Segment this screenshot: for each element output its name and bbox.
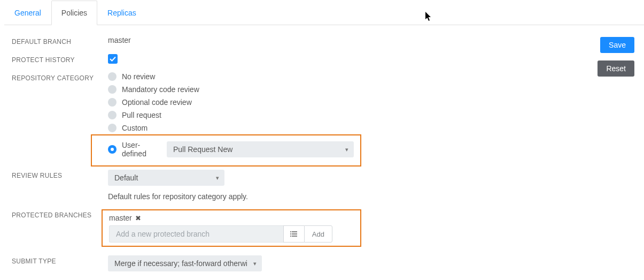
tab-general[interactable]: General (4, 1, 51, 25)
svg-point-0 (290, 231, 291, 232)
radio-icon (108, 85, 117, 94)
branch-tag: master ✖ (109, 214, 141, 222)
select-review-rules[interactable]: Default (108, 170, 224, 186)
highlight-protected-branches: master ✖ Add (102, 209, 361, 247)
radio-optional[interactable]: Optional code review (108, 98, 592, 107)
radio-no-review[interactable]: No review (108, 72, 592, 81)
label-review-rules: Review Rules (12, 170, 108, 179)
label-protected-branches: Protected Branches (12, 209, 108, 219)
add-branch-input[interactable] (109, 225, 283, 243)
select-user-defined[interactable]: Pull Request New (167, 141, 354, 157)
radio-pull-request[interactable]: Pull request (108, 111, 592, 119)
tabs-bar: General Policies Replicas (4, 0, 644, 25)
row-protected-branches: Protected Branches master ✖ Add (12, 209, 592, 247)
row-repository-category: Repository Category No review Mandatory … (12, 72, 592, 167)
label-default-branch: Default Branch (12, 36, 108, 46)
radio-custom[interactable]: Custom (108, 124, 592, 132)
label-protect-history: Protect History (12, 54, 108, 64)
value-default-branch: master (108, 36, 592, 44)
radio-icon (108, 72, 117, 81)
add-branch-input-group: Add (109, 225, 332, 243)
select-submit-type[interactable]: Merge if necessary; fast-forward otherwi… (108, 255, 262, 271)
radio-label: User-defined (122, 141, 158, 158)
tab-replicas[interactable]: Replicas (97, 1, 146, 25)
radio-icon-selected (108, 145, 117, 154)
radio-label: Mandatory code review (122, 85, 199, 94)
add-branch-button[interactable]: Add (304, 225, 332, 243)
branch-tag-name: master (109, 214, 132, 222)
hint-review-rules: Default rules for repository category ap… (108, 192, 592, 201)
list-icon (290, 230, 298, 238)
radio-label: Pull request (122, 111, 161, 119)
radio-mandatory[interactable]: Mandatory code review (108, 85, 592, 94)
radio-icon (108, 98, 117, 107)
row-review-rules: Review Rules Default Default rules for r… (12, 170, 592, 201)
reset-button[interactable]: Reset (598, 60, 634, 77)
save-button[interactable]: Save (600, 37, 634, 53)
row-submit-type: Submit Type Merge if necessary; fast-for… (12, 255, 592, 271)
svg-point-1 (290, 233, 291, 234)
radio-label: Optional code review (122, 98, 192, 107)
radio-icon (108, 124, 117, 132)
radio-label: Custom (122, 124, 148, 132)
remove-branch-icon[interactable]: ✖ (135, 214, 141, 222)
label-submit-type: Submit Type (12, 255, 108, 265)
radio-user-defined[interactable]: User-defined Pull Request New (108, 141, 354, 158)
radio-label: No review (122, 72, 155, 81)
label-repository-category: Repository Category (12, 72, 108, 82)
highlight-user-defined: User-defined Pull Request New (91, 134, 361, 167)
list-button[interactable] (283, 225, 304, 243)
svg-point-2 (290, 236, 291, 237)
radio-icon (108, 111, 117, 119)
row-protect-history: Protect History (12, 54, 592, 64)
checkbox-protect-history[interactable] (108, 54, 118, 64)
row-default-branch: Default Branch master (12, 36, 592, 46)
tab-policies[interactable]: Policies (51, 1, 97, 25)
